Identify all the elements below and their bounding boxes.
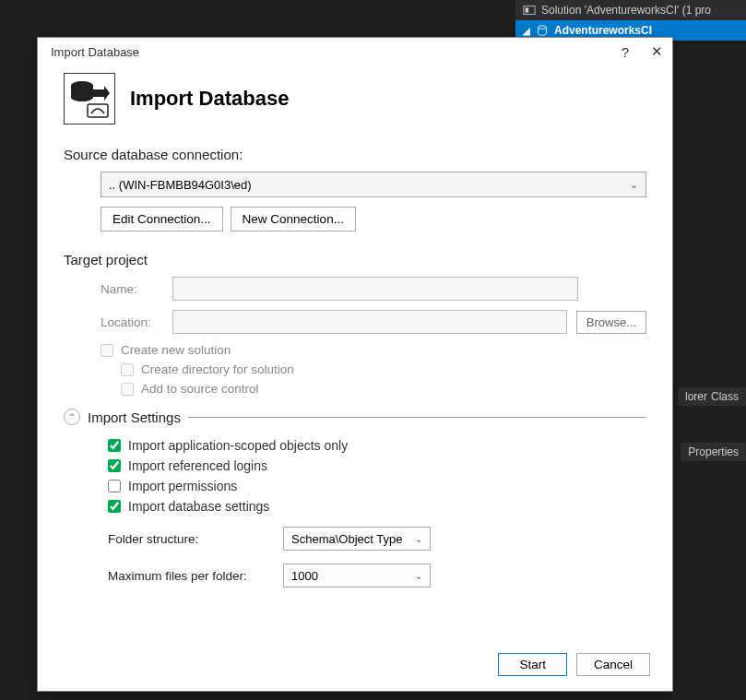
- import-permissions-label: Import permissions: [128, 479, 237, 493]
- add-source-control-label: Add to source control: [141, 382, 259, 396]
- create-solution-checkbox: [101, 344, 113, 357]
- add-source-control-checkbox: [121, 383, 134, 396]
- folder-structure-select[interactable]: Schema\Object Type ⌄: [283, 527, 431, 551]
- folder-structure-label: Folder structure:: [108, 532, 265, 546]
- import-settings-label: Import Settings: [88, 409, 181, 425]
- database-import-icon: [64, 73, 115, 125]
- import-app-scoped-label: Import application-scoped objects only: [128, 438, 348, 453]
- divider: [188, 417, 646, 418]
- dialog-heading: Import Database: [130, 87, 289, 111]
- create-directory-label: Create directory for solution: [141, 362, 294, 376]
- properties-tab[interactable]: Properties: [681, 443, 746, 461]
- connection-dropdown[interactable]: .. (WIN-FBMBB94G0I3\ed) ⌄: [101, 172, 646, 197]
- create-solution-label: Create new solution: [121, 343, 231, 357]
- import-db-settings-label: Import database settings: [128, 499, 269, 514]
- project-name: AdventureworksCI: [554, 24, 652, 37]
- close-button[interactable]: ✕: [651, 43, 663, 60]
- cancel-button[interactable]: Cancel: [576, 653, 650, 676]
- svg-point-2: [539, 26, 547, 30]
- collapse-settings-button[interactable]: ⌃: [64, 409, 80, 425]
- chevron-down-icon: ⌄: [415, 534, 422, 544]
- connection-value: .. (WIN-FBMBB94G0I3\ed): [109, 178, 252, 192]
- expand-arrow-icon[interactable]: ◢: [523, 26, 530, 36]
- solution-node[interactable]: Solution 'AdventureworksCI' (1 pro: [515, 0, 746, 20]
- dialog-titlebar: Import Database ? ✕: [38, 38, 672, 62]
- browse-button[interactable]: Browse...: [576, 311, 646, 334]
- svg-rect-1: [526, 7, 529, 12]
- source-connection-label: Source database connection:: [64, 147, 646, 162]
- import-logins-label: Import referenced logins: [128, 458, 267, 473]
- start-button[interactable]: Start: [498, 653, 567, 676]
- new-connection-button[interactable]: New Connection...: [231, 207, 356, 231]
- import-permissions-checkbox[interactable]: [108, 480, 121, 492]
- location-input[interactable]: [172, 310, 567, 334]
- create-directory-checkbox: [121, 363, 134, 376]
- database-project-icon: [536, 24, 549, 37]
- name-label: Name:: [101, 282, 172, 296]
- import-database-dialog: Import Database ? ✕ Import Database Sour…: [37, 37, 673, 692]
- svg-point-4: [71, 92, 93, 101]
- solution-icon: [523, 4, 536, 17]
- solution-explorer-panel: Solution 'AdventureworksCI' (1 pro ◢ Adv…: [515, 0, 746, 41]
- import-app-scoped-checkbox[interactable]: [108, 439, 121, 452]
- side-tab-strip: lorer Class: [678, 387, 746, 406]
- solution-explorer-tab[interactable]: lorer: [685, 390, 707, 403]
- location-label: Location:: [101, 315, 172, 329]
- edit-connection-button[interactable]: Edit Connection...: [101, 207, 223, 231]
- chevron-down-icon: ⌄: [415, 571, 422, 581]
- name-input[interactable]: [172, 277, 578, 301]
- svg-rect-5: [88, 104, 108, 117]
- class-view-tab[interactable]: Class: [711, 390, 739, 403]
- help-button[interactable]: ?: [622, 44, 629, 60]
- solution-text: Solution 'AdventureworksCI' (1 pro: [541, 4, 711, 17]
- import-db-settings-checkbox[interactable]: [108, 500, 121, 513]
- chevron-down-icon: ⌄: [630, 179, 638, 191]
- max-files-select[interactable]: 1000 ⌄: [283, 564, 431, 587]
- dialog-title: Import Database: [51, 45, 139, 59]
- max-files-label: Maximum files per folder:: [108, 569, 265, 583]
- import-logins-checkbox[interactable]: [108, 459, 121, 472]
- target-project-label: Target project: [64, 252, 646, 267]
